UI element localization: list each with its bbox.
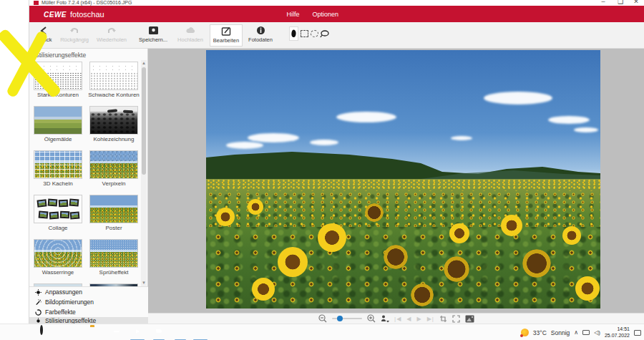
scroll-down-icon[interactable]: ▼ — [141, 280, 147, 286]
photo-sunflower-field[interactable] — [206, 50, 600, 309]
nav-next-button: ▶ — [417, 316, 422, 322]
effect-oelgemaelde[interactable]: Ölgemälde — [31, 106, 85, 142]
app-header-bar: CEWE fotoschau Hilfe Optionen — [29, 6, 644, 22]
paint-app-icon[interactable] — [69, 326, 81, 338]
firefox-icon[interactable] — [175, 326, 186, 338]
skype-icon[interactable] — [111, 326, 122, 338]
sort-icon — [381, 315, 389, 323]
photodata-button[interactable]: Fotodaten — [244, 24, 277, 47]
sunflower — [365, 203, 384, 222]
magic-wand-icon — [35, 299, 42, 306]
minimize-button[interactable]: – — [597, 0, 610, 5]
category-farbeffekte[interactable]: Farbeffekte — [29, 307, 148, 317]
effect-poster[interactable]: Poster — [87, 195, 141, 231]
ellipse-select-tool[interactable] — [310, 26, 319, 41]
thunderbird-icon[interactable] — [153, 326, 165, 338]
effect-label: Poster — [87, 225, 141, 231]
field-mid-band — [206, 190, 600, 227]
sunflower — [248, 199, 263, 215]
save-button[interactable]: Speichern... — [134, 24, 172, 47]
sunflower — [318, 223, 346, 252]
upload-button: Hochladen — [172, 24, 208, 47]
sunflower — [501, 215, 522, 236]
effect-thumb — [89, 239, 138, 268]
field-far-band — [206, 179, 600, 190]
start-button[interactable] — [39, 326, 51, 338]
effect-thumb — [89, 106, 138, 135]
effect-verpixeln[interactable]: Verpixeln — [87, 150, 141, 187]
weather-temp[interactable]: 33°C — [533, 329, 547, 336]
edit-button[interactable]: Bearbeiten — [210, 24, 243, 47]
sunflower — [575, 276, 600, 301]
cewe-taskbar-icon[interactable] — [195, 326, 206, 338]
maximize-button[interactable]: ❑ — [614, 0, 627, 5]
fullscreen-icon — [452, 315, 460, 323]
sort-thumbnails-button[interactable] — [381, 315, 389, 323]
effect-thumb — [89, 150, 138, 179]
scrollbar-thumb[interactable] — [142, 67, 146, 175]
category-list: Anpassungen Bildoptimierungen Farbeffekt… — [29, 286, 148, 324]
nav-prev-button: ◀ — [406, 316, 411, 322]
effect-sprueheffekt[interactable]: Sprüheffekt — [87, 239, 141, 276]
clock[interactable]: 14:51 25.07.2022 — [605, 326, 630, 339]
zoom-out-icon — [318, 314, 327, 323]
action-center-icon[interactable] — [634, 330, 641, 336]
brand-cewe: CEWE — [44, 11, 67, 19]
effect-label: Wasserringe — [31, 269, 85, 276]
lasso-select-tool[interactable] — [320, 26, 329, 41]
zoom-out-button[interactable] — [318, 314, 327, 323]
category-anpassungen[interactable]: Anpassungen — [29, 287, 148, 297]
rect-select-icon — [301, 30, 308, 37]
view-statusbar: |◀ ◀ ▶ ▶| — [148, 313, 644, 324]
effects-list: Starke Konturen Schwache Konturen Ölgemä… — [29, 60, 142, 286]
effect-thumb — [34, 239, 82, 268]
volume-icon[interactable]: ◁) — [594, 329, 600, 336]
effect-label: Collage — [31, 225, 85, 231]
upload-cloud-icon — [185, 24, 196, 37]
scroll-up-icon[interactable]: ▲ — [141, 60, 147, 67]
image-icon — [465, 315, 474, 323]
zoom-in-button[interactable] — [367, 314, 376, 323]
blob-select-tool[interactable] — [289, 26, 298, 41]
app-window: Müller Foto 7.2.4 (x64) - DSC05016.JPG –… — [29, 0, 644, 324]
effect-schwache-konturen[interactable]: Schwache Konturen — [87, 62, 141, 98]
effect-3d-kacheln[interactable]: 3D Kacheln — [31, 150, 85, 187]
effect-label: Verpixeln — [87, 180, 141, 187]
sunflower — [278, 247, 308, 277]
category-bildoptimierungen[interactable]: Bildoptimierungen — [29, 297, 148, 307]
rect-select-tool[interactable] — [300, 26, 309, 41]
zoom-slider[interactable] — [332, 318, 362, 319]
effect-thumb — [34, 195, 82, 223]
weather-cond[interactable]: Sonnig — [551, 329, 570, 336]
tray-chevron-icon[interactable]: ∧ — [574, 329, 578, 336]
effect-kohlezeichnung[interactable]: Kohlezeichnung — [87, 106, 141, 142]
nav-first-button: |◀ — [394, 316, 401, 322]
sunflower — [449, 223, 469, 243]
weather-sun-icon[interactable] — [521, 329, 529, 336]
close-button[interactable]: ✕ — [630, 0, 643, 5]
menu-optionen[interactable]: Optionen — [313, 11, 339, 18]
image-overview-button[interactable] — [465, 315, 474, 323]
network-icon[interactable] — [582, 330, 590, 335]
file-explorer-icon[interactable] — [90, 326, 102, 338]
main-toolbar: Zurück Rückgängig Wiederholen Speichern.… — [29, 22, 644, 49]
effect-thumb — [34, 106, 82, 135]
upload-label: Hochladen — [177, 37, 203, 43]
effect-thumb — [34, 150, 82, 179]
effect-wasserringe[interactable]: Wasserringe — [31, 239, 85, 276]
crop-button[interactable] — [439, 315, 447, 323]
app-icon — [34, 1, 39, 5]
sunflower — [411, 283, 434, 306]
media-player-icon[interactable] — [132, 326, 143, 338]
save-label: Speichern... — [139, 37, 167, 43]
zoom-slider-knob[interactable] — [337, 316, 343, 321]
start-ring-icon — [40, 325, 43, 335]
nav-last-button: ▶| — [427, 316, 434, 322]
effect-collage[interactable]: Collage — [31, 195, 85, 231]
effects-scrollbar[interactable]: ▲ ▼ — [141, 60, 147, 286]
menu-hilfe[interactable]: Hilfe — [287, 11, 300, 18]
sunflower-field — [206, 179, 600, 309]
redo-icon — [107, 24, 117, 37]
undo-button: Rückgängig — [58, 24, 91, 47]
fullscreen-button[interactable] — [452, 315, 460, 323]
